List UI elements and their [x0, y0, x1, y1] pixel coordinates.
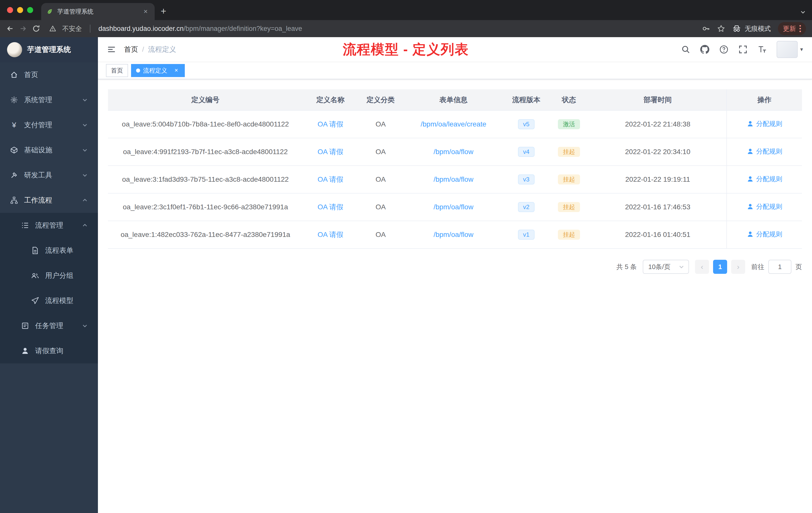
- zoom-window-button[interactable]: [27, 7, 33, 13]
- close-window-button[interactable]: [7, 7, 13, 13]
- sidebar-toggle-hamburger-icon[interactable]: [107, 45, 116, 54]
- search-icon[interactable]: [681, 45, 690, 54]
- key-icon[interactable]: [702, 25, 710, 33]
- cell-deploy-time: 2022-01-22 20:34:10: [589, 138, 727, 165]
- pagination: 共 5 条 10条/页 ‹ 1 › 前往 页: [108, 260, 802, 274]
- sidebar-item-process-form[interactable]: 流程表单: [0, 238, 98, 263]
- tag-process-definition[interactable]: 流程定义 ×: [131, 64, 185, 77]
- column-header: 表单信息: [403, 89, 504, 111]
- definition-name-link[interactable]: OA 请假: [318, 203, 344, 211]
- browser-menu-dots-icon[interactable]: [800, 25, 801, 32]
- sidebar-item-devtools[interactable]: 研发工具: [0, 163, 98, 188]
- definition-name-link[interactable]: OA 请假: [318, 231, 344, 238]
- sidebar-item-workflow[interactable]: 工作流程: [0, 188, 98, 213]
- assign-rule-link[interactable]: 分配规则: [747, 230, 782, 239]
- user-menu[interactable]: ▾: [777, 41, 803, 58]
- form-link[interactable]: /bpm/oa/flow: [434, 231, 473, 238]
- security-warning-icon[interactable]: [49, 25, 56, 32]
- security-label[interactable]: 不安全: [62, 24, 82, 33]
- sidebar: 芋道管理系统 首页 系统管理 ¥ 支付管理 基础设施: [0, 37, 98, 513]
- tag-label: 首页: [111, 66, 123, 74]
- pagination-total: 共 5 条: [616, 263, 637, 271]
- minimize-window-button[interactable]: [17, 7, 23, 13]
- page-size-select[interactable]: 10条/页: [643, 260, 689, 274]
- status-badge: 挂起: [558, 202, 580, 212]
- definition-name-link[interactable]: OA 请假: [318, 175, 344, 183]
- cell-definition-id: oa_leave:1:482ec033-762a-11ec-8477-a2380…: [108, 221, 303, 248]
- goto-page-input[interactable]: [768, 260, 791, 274]
- font-size-icon[interactable]: [757, 45, 766, 54]
- sidebar-item-process-mgmt[interactable]: 流程管理: [0, 213, 98, 238]
- cell-category: OA: [358, 193, 403, 221]
- browser-tab[interactable]: 芋道管理系统 ×: [41, 3, 155, 20]
- github-icon[interactable]: [700, 45, 709, 54]
- page-content: 定义编号 定义名称 定义分类 表单信息 流程版本 状态 部署时间 操作 oa_l: [98, 79, 812, 513]
- assign-rule-link[interactable]: 分配规则: [747, 147, 782, 156]
- sidebar-item-task-mgmt[interactable]: 任务管理: [0, 313, 98, 338]
- cell-category: OA: [358, 138, 403, 165]
- sidebar-item-process-model[interactable]: 流程模型: [0, 288, 98, 313]
- definition-name-link[interactable]: OA 请假: [318, 148, 344, 156]
- breadcrumb-home[interactable]: 首页: [124, 45, 138, 54]
- workflow-submenu: 流程管理 流程表单 用户分组 流程模型 任务管理: [0, 213, 98, 363]
- chevron-down-icon: [82, 147, 88, 153]
- help-icon[interactable]: [719, 45, 728, 54]
- new-tab-button[interactable]: +: [161, 6, 166, 17]
- url-host: dashboard.yudao.iocoder.cn: [98, 25, 183, 32]
- tab-list-chevron-icon[interactable]: [800, 9, 806, 15]
- sidebar-item-payment[interactable]: ¥ 支付管理: [0, 113, 98, 138]
- sidebar-item-user-group[interactable]: 用户分组: [0, 263, 98, 288]
- gear-icon: [10, 96, 18, 104]
- cell-category: OA: [358, 111, 403, 138]
- cell-definition-id: oa_leave:5:004b710b-7b8a-11ec-8ef0-acde4…: [108, 111, 303, 138]
- sidebar-item-label: 系统管理: [24, 95, 52, 105]
- sidebar-item-home[interactable]: 首页: [0, 62, 98, 87]
- version-badge: v5: [518, 119, 534, 129]
- yen-icon: ¥: [10, 121, 18, 129]
- caret-down-icon: ▾: [800, 46, 803, 53]
- form-link[interactable]: /bpm/oa/leave/create: [420, 120, 486, 128]
- user-icon: [747, 175, 754, 182]
- sidebar-item-infra[interactable]: 基础设施: [0, 138, 98, 163]
- sidebar-item-leave-query[interactable]: 请假查询: [0, 338, 98, 363]
- version-badge: v3: [518, 175, 534, 184]
- sidebar-item-label: 研发工具: [24, 171, 52, 180]
- browser-toolbar: 不安全 dashboard.yudao.iocoder.cn/bpm/manag…: [0, 20, 812, 37]
- cell-definition-id: oa_leave:3:1fad3d93-7b75-11ec-a3c8-acde4…: [108, 165, 303, 193]
- prev-page-button[interactable]: ‹: [695, 260, 709, 274]
- assign-rule-link[interactable]: 分配规则: [747, 175, 782, 183]
- column-header: 操作: [727, 89, 802, 111]
- incognito-label: 无痕模式: [745, 24, 771, 33]
- sidebar-logo[interactable]: 芋道管理系统: [0, 37, 98, 62]
- back-button[interactable]: [6, 25, 14, 33]
- assign-rule-label: 分配规则: [756, 119, 782, 128]
- reload-button[interactable]: [32, 25, 40, 33]
- tag-close-icon[interactable]: ×: [173, 67, 180, 74]
- page-number-button[interactable]: 1: [713, 260, 727, 274]
- forward-button[interactable]: [19, 25, 27, 33]
- next-page-button[interactable]: ›: [731, 260, 745, 274]
- table-row: oa_leave:3:1fad3d93-7b75-11ec-a3c8-acde4…: [108, 165, 802, 193]
- sidebar-item-system[interactable]: 系统管理: [0, 87, 98, 113]
- sidebar-item-label: 支付管理: [24, 120, 52, 130]
- avatar[interactable]: [777, 41, 798, 58]
- tag-home[interactable]: 首页: [106, 64, 128, 77]
- form-link[interactable]: /bpm/oa/flow: [434, 148, 473, 156]
- form-link[interactable]: /bpm/oa/flow: [434, 203, 473, 211]
- definition-name-link[interactable]: OA 请假: [318, 120, 344, 128]
- traffic-lights: [0, 0, 41, 20]
- tab-close-icon[interactable]: ×: [142, 8, 150, 15]
- update-button[interactable]: 更新: [778, 22, 806, 35]
- flow-icon: [10, 196, 18, 204]
- tab-title: 芋道管理系统: [57, 7, 138, 16]
- bookmark-star-icon[interactable]: [717, 25, 725, 33]
- favicon-leaf-icon: [46, 8, 53, 15]
- version-badge: v1: [518, 230, 534, 240]
- chevron-up-icon: [82, 197, 88, 203]
- form-link[interactable]: /bpm/oa/flow: [434, 175, 473, 183]
- fullscreen-icon[interactable]: [738, 45, 748, 54]
- document-icon: [31, 246, 39, 254]
- address-bar[interactable]: dashboard.yudao.iocoder.cn/bpm/manager/d…: [98, 25, 302, 33]
- assign-rule-link[interactable]: 分配规则: [747, 202, 782, 211]
- assign-rule-link[interactable]: 分配规则: [747, 119, 782, 128]
